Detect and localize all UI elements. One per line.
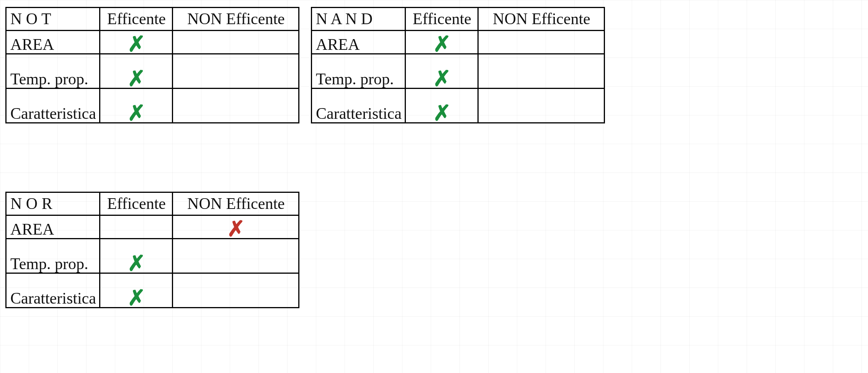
col-efficient: Efficente xyxy=(405,8,478,31)
table-row: Caratteristica✗ xyxy=(6,89,299,123)
check-icon: ✗ xyxy=(128,287,145,309)
cross-icon: ✗ xyxy=(227,218,245,240)
cell-not-efficient xyxy=(172,54,299,89)
row-label: AREA xyxy=(312,31,405,54)
table-row: AREA✗ xyxy=(6,215,299,239)
check-icon: ✗ xyxy=(128,33,145,55)
cell-efficient: ✗ xyxy=(405,54,478,89)
row-label: Caratteristica xyxy=(312,89,405,123)
row-label: Caratteristica xyxy=(6,89,100,123)
table-not: N O TEfficenteNON EfficenteAREA✗Temp. pr… xyxy=(5,7,299,123)
table-row: Caratteristica✗ xyxy=(312,89,605,123)
cell-efficient: ✗ xyxy=(100,54,172,89)
table-row: Temp. prop.✗ xyxy=(6,54,299,89)
table-title: N O R xyxy=(6,192,100,215)
cell-not-efficient xyxy=(172,31,299,54)
cell-efficient: ✗ xyxy=(405,31,478,54)
cell-efficient: ✗ xyxy=(100,239,172,273)
cell-efficient: ✗ xyxy=(405,89,478,123)
cell-not-efficient xyxy=(478,54,604,89)
table-row: Temp. prop.✗ xyxy=(312,54,605,89)
check-icon: ✗ xyxy=(128,253,145,274)
cell-not-efficient xyxy=(172,89,299,123)
row-label: Temp. prop. xyxy=(6,54,100,89)
col-not-efficient: NON Efficente xyxy=(172,192,299,215)
table-title: N O T xyxy=(6,8,100,31)
cell-efficient xyxy=(100,215,172,239)
col-efficient: Efficente xyxy=(100,8,172,31)
col-not-efficient: NON Efficente xyxy=(172,8,299,31)
check-icon: ✗ xyxy=(433,68,451,89)
row-label: AREA xyxy=(6,31,100,54)
check-icon: ✗ xyxy=(128,102,145,124)
table-title: N A N D xyxy=(312,8,405,31)
table-row: AREA✗ xyxy=(312,31,605,54)
cell-not-efficient xyxy=(478,89,604,123)
row-label: Caratteristica xyxy=(6,273,100,308)
table-nand: N A N DEfficenteNON EfficenteAREA✗Temp. … xyxy=(311,7,605,123)
row-label: Temp. prop. xyxy=(312,54,405,89)
cell-not-efficient: ✗ xyxy=(172,215,299,239)
table-nor: N O REfficenteNON EfficenteAREA✗Temp. pr… xyxy=(5,192,299,308)
check-icon: ✗ xyxy=(128,68,145,89)
cell-efficient: ✗ xyxy=(100,273,172,308)
row-label: Temp. prop. xyxy=(6,239,100,273)
table-row: AREA✗ xyxy=(6,31,299,54)
cell-not-efficient xyxy=(172,273,299,308)
cell-not-efficient xyxy=(478,31,604,54)
col-not-efficient: NON Efficente xyxy=(478,8,604,31)
cell-not-efficient xyxy=(172,239,299,273)
check-icon: ✗ xyxy=(433,33,451,55)
col-efficient: Efficente xyxy=(100,192,172,215)
table-row: Temp. prop.✗ xyxy=(6,239,299,273)
cell-efficient: ✗ xyxy=(100,89,172,123)
table-row: Caratteristica✗ xyxy=(6,273,299,308)
row-label: AREA xyxy=(6,215,100,239)
check-icon: ✗ xyxy=(433,102,451,124)
cell-efficient: ✗ xyxy=(100,31,172,54)
